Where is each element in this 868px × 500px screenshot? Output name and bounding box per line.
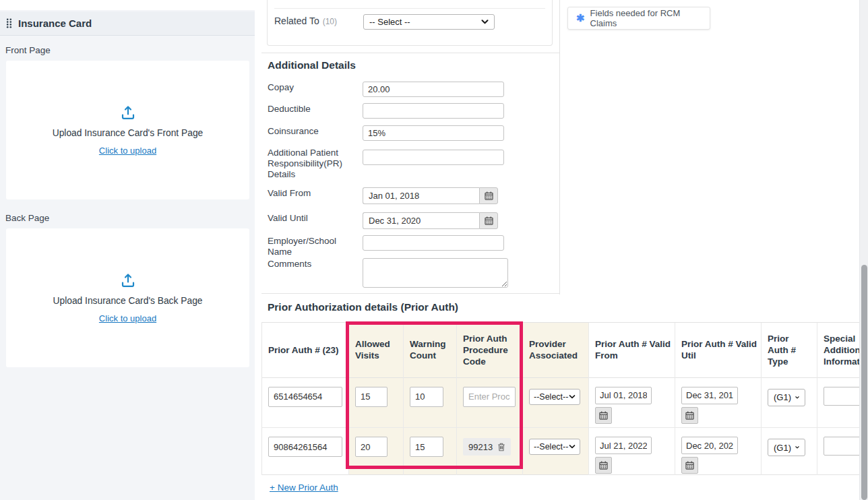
- column-header: Allowed Visits: [349, 323, 403, 378]
- calendar-icon: [685, 461, 694, 470]
- chevron-down-icon: [569, 395, 576, 399]
- prior-auth-number-input-row2[interactable]: [268, 437, 342, 457]
- insurance-details-screen: Insurance Card Front Page Upload Insuran…: [0, 0, 868, 500]
- drag-handle-icon[interactable]: [6, 18, 12, 28]
- calendar-button[interactable]: [595, 407, 612, 424]
- column-special-info: Special Additional Information: [817, 323, 860, 475]
- chevron-down-icon: [795, 396, 799, 400]
- comments-textarea[interactable]: [363, 258, 508, 288]
- additional-details-heading: Additional Details: [268, 59, 356, 71]
- column-valid-util: Prior Auth # Valid Util: [675, 323, 762, 475]
- warning-count-input-row1[interactable]: [410, 387, 443, 407]
- divider: [274, 8, 545, 9]
- front-page-upload-link[interactable]: Click to upload: [99, 146, 156, 156]
- insurance-card-panel: Insurance Card Front Page Upload Insuran…: [0, 10, 255, 500]
- column-allowed-visits: Allowed Visits: [349, 323, 404, 475]
- special-info-input-row2[interactable]: [824, 437, 860, 456]
- allowed-visits-input-row2[interactable]: [355, 437, 388, 457]
- auth-valid-util-input-row2[interactable]: [681, 437, 738, 454]
- auth-valid-from-input-row1[interactable]: [595, 387, 652, 404]
- table-cell: [675, 428, 761, 475]
- front-page-upload-dropzone[interactable]: Upload Insurance Card's Front Page Click…: [6, 61, 249, 199]
- back-page-upload-link[interactable]: Click to upload: [99, 313, 156, 323]
- procedure-code-input-row1[interactable]: [463, 387, 516, 407]
- table-cell: [349, 378, 403, 429]
- auth-valid-util-input-row1[interactable]: [681, 387, 738, 404]
- front-page-label: Front Page: [5, 45, 51, 55]
- insurance-card-title: Insurance Card: [18, 18, 92, 29]
- table-cell: (G1): [762, 378, 817, 429]
- back-page-upload-text: Upload Insurance Card's Back Page: [53, 296, 203, 306]
- warning-count-input-row2[interactable]: [410, 437, 443, 457]
- column-procedure-code: Prior Auth Procedure Code 99213: [457, 323, 523, 475]
- upload-icon: [120, 272, 136, 288]
- additional-pr-label: Additional Patient Responsibility(PR) De…: [268, 148, 359, 180]
- allowed-visits-input-row1[interactable]: [355, 387, 388, 407]
- copay-input[interactable]: [363, 82, 504, 97]
- rcm-claims-note: ✱ Fields needed for RCM Claims: [567, 7, 710, 30]
- deductible-input[interactable]: [363, 103, 504, 119]
- table-cell: --Select--: [523, 378, 588, 429]
- valid-from-calendar-button[interactable]: [479, 187, 498, 204]
- scrollbar-track[interactable]: [859, 0, 868, 500]
- table-cell: [675, 378, 761, 429]
- table-cell: [262, 378, 348, 429]
- calendar-button[interactable]: [595, 457, 612, 474]
- column-header: Special Additional Information: [817, 323, 860, 378]
- valid-until-input[interactable]: [363, 212, 479, 229]
- valid-from-label: Valid From: [268, 188, 359, 199]
- asterisk-icon: ✱: [576, 12, 585, 24]
- valid-from-input[interactable]: [363, 187, 479, 204]
- provider-select-row2[interactable]: --Select--: [529, 439, 580, 455]
- calendar-icon: [485, 216, 493, 225]
- table-cell: [457, 378, 522, 429]
- table-cell: [404, 428, 456, 475]
- column-warning-count: Warning Count: [404, 323, 457, 475]
- valid-until-label: Valid Until: [268, 213, 359, 224]
- column-header: Provider Associated: [523, 323, 588, 378]
- chevron-down-icon: [481, 20, 489, 24]
- valid-until-group: [363, 212, 498, 229]
- scrollbar-thumb[interactable]: [861, 265, 867, 500]
- auth-valid-from-input-row2[interactable]: [595, 437, 652, 454]
- calendar-button[interactable]: [681, 407, 698, 424]
- auth-type-select-row2[interactable]: (G1): [768, 439, 805, 456]
- procedure-code-chip-row2: 99213: [463, 438, 511, 456]
- additional-details-section: Additional Details Copay Deductible Coin…: [261, 53, 559, 294]
- column-header: Prior Auth # (23): [262, 323, 348, 378]
- vertical-divider: [559, 0, 560, 294]
- calendar-icon: [485, 191, 493, 200]
- table-cell: [349, 428, 403, 475]
- rcm-claims-note-text: Fields needed for RCM Claims: [590, 8, 702, 28]
- front-page-upload-text: Upload Insurance Card's Front Page: [53, 128, 204, 138]
- copay-label: Copay: [268, 82, 359, 93]
- column-header: Prior Auth Procedure Code: [457, 323, 522, 378]
- employer-school-label: Employer/School Name: [268, 236, 359, 257]
- column-provider-associated: Provider Associated --Select-- --Select-…: [523, 323, 589, 475]
- table-cell: [262, 428, 348, 475]
- table-cell: [817, 378, 860, 429]
- comments-label: Comments: [268, 259, 359, 270]
- prior-auth-heading: Prior Authorization details (Prior Auth): [268, 301, 458, 313]
- new-prior-auth-link[interactable]: + New Prior Auth: [270, 482, 338, 493]
- table-cell: [589, 378, 675, 429]
- calendar-button[interactable]: [681, 457, 698, 474]
- column-header: Warning Count: [404, 323, 456, 378]
- special-info-input-row1[interactable]: [824, 387, 860, 406]
- table-cell: [817, 428, 860, 475]
- table-cell: [589, 428, 675, 475]
- related-to-select[interactable]: -- Select --: [363, 14, 495, 30]
- prior-auth-number-input-row1[interactable]: [268, 387, 342, 407]
- table-cell: (G1): [762, 428, 817, 475]
- additional-pr-input[interactable]: [363, 150, 504, 165]
- chevron-down-icon: [569, 445, 576, 449]
- insurance-card-header: Insurance Card: [0, 11, 255, 36]
- employer-school-input[interactable]: [363, 235, 504, 251]
- valid-until-calendar-button[interactable]: [479, 212, 498, 229]
- trash-icon[interactable]: [497, 443, 505, 451]
- auth-type-select-row1[interactable]: (G1): [768, 389, 805, 406]
- coinsurance-label: Coinsurance: [268, 126, 359, 137]
- back-page-upload-dropzone[interactable]: Upload Insurance Card's Back Page Click …: [6, 228, 249, 367]
- provider-select-row1[interactable]: --Select--: [529, 389, 580, 405]
- coinsurance-input[interactable]: [363, 125, 504, 141]
